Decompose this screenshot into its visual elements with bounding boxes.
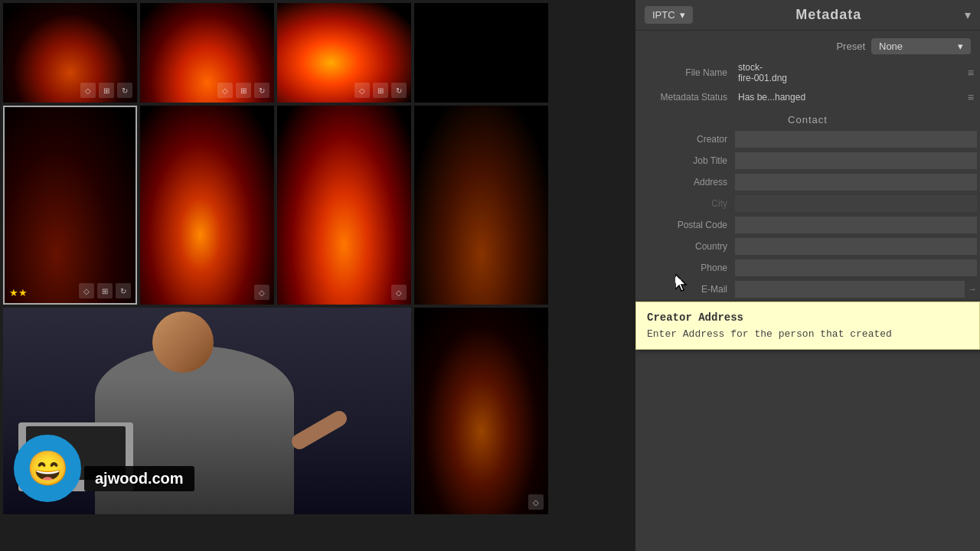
crop-icon-3: ⊞ (373, 83, 388, 98)
edit-icon-10: ◇ (528, 494, 544, 510)
tooltip-title: Creator Address (647, 311, 969, 324)
creator-row: Creator (635, 129, 980, 150)
contact-section-header: Contact (635, 108, 980, 129)
email-input[interactable] (735, 281, 965, 298)
rotate-icon-5: ↻ (116, 283, 131, 298)
metadata-title: Metadata (795, 7, 861, 23)
address-label: Address (635, 177, 735, 187)
webcam-cell: 😄 ajwood.com (3, 308, 411, 514)
crop-icon-2: ⊞ (236, 83, 251, 98)
edit-icon-2: ◇ (217, 83, 233, 98)
star-rating: ★★ (9, 287, 28, 298)
rotate-icon-2: ↻ (254, 83, 270, 98)
creator-label: Creator (635, 134, 735, 145)
photo-cell-3[interactable]: ◇ ⊞ ↻ (277, 3, 411, 103)
tooltip-box: Creator Address Enter Address for the pe… (635, 302, 980, 350)
photo-cell-2[interactable]: ◇ ⊞ ↻ (140, 3, 274, 103)
rotate-icon-3: ↻ (391, 83, 407, 98)
preset-row: Preset None ▾ (635, 34, 980, 59)
edit-icon-5: ◇ (79, 283, 94, 298)
postal-code-input[interactable] (735, 217, 977, 233)
preset-chevron-icon: ▾ (958, 41, 963, 52)
file-name-value: stock-fire-001.dng (738, 62, 787, 83)
phone-input[interactable] (735, 259, 977, 276)
city-row: City (635, 193, 980, 214)
postal-code-label: Postal Code (635, 220, 735, 230)
address-tooltip: Creator Address Enter Address for the pe… (635, 302, 980, 350)
email-arrow-icon: → (968, 284, 977, 295)
address-row: Address (635, 171, 980, 193)
photo-grid-panel: ◇ ⊞ ↻ ◇ ⊞ ↻ ◇ ⊞ ↻ ◇ (0, 0, 635, 551)
city-label: City (635, 198, 735, 209)
preset-value: None (879, 41, 903, 52)
edit-icon-3: ◇ (354, 83, 370, 98)
country-label: Country (635, 241, 735, 252)
crop-icon-5: ⊞ (97, 283, 113, 298)
metadata-status-value-container: Has be...hanged ≡ (735, 90, 977, 105)
photo-grid: ◇ ⊞ ↻ ◇ ⊞ ↻ ◇ ⊞ ↻ ◇ (0, 0, 635, 517)
metadata-status-row: Metadata Status Has be...hanged ≡ (635, 86, 980, 108)
photo-cell-5[interactable]: ◇ ⊞ ↻ ★★ (3, 106, 137, 305)
country-input[interactable] (735, 238, 977, 255)
metadata-header: IPTC ▾ Metadata ▾ (635, 0, 980, 31)
email-label: E-Mail (635, 284, 735, 295)
file-name-row: File Name stock-fire-001.dng ≡ (635, 59, 980, 86)
email-row: E-Mail → (635, 279, 980, 300)
job-title-input[interactable] (735, 152, 977, 169)
photo-cell-4[interactable] (414, 3, 548, 103)
metadata-panel: IPTC ▾ Metadata ▾ Preset None ▾ File Nam… (635, 0, 980, 551)
crop-icon-1: ⊞ (99, 83, 114, 98)
country-row: Country (635, 236, 980, 257)
watermark-text: ajwood.com (84, 466, 194, 491)
preset-label: Preset (836, 41, 865, 52)
edit-icon-6: ◇ (254, 285, 270, 300)
file-name-label: File Name (635, 67, 735, 78)
iptc-dropdown[interactable]: IPTC ▾ (645, 6, 693, 24)
address-input[interactable] (735, 174, 977, 191)
metadata-body: Preset None ▾ File Name stock-fire-001.d… (635, 31, 980, 551)
photo-cell-7[interactable]: ◇ (277, 106, 411, 305)
creator-input[interactable] (735, 131, 977, 148)
photo-cell-8[interactable] (414, 106, 548, 305)
file-name-list-icon[interactable]: ≡ (968, 67, 974, 79)
iptc-label: IPTC (652, 9, 675, 21)
avatar-badge: 😄 (14, 435, 81, 502)
tooltip-description: Enter Address for the person that create… (647, 328, 969, 340)
photo-cell-1[interactable]: ◇ ⊞ ↻ (3, 3, 137, 103)
metadata-filter-icon[interactable]: ▾ (965, 8, 971, 22)
metadata-status-value: Has be...hanged (738, 92, 805, 103)
file-name-value-container: stock-fire-001.dng ≡ (735, 60, 977, 85)
metadata-status-list-icon[interactable]: ≡ (968, 91, 974, 103)
metadata-status-label: Metadata Status (635, 92, 735, 103)
photo-cell-10[interactable]: ◇ (414, 308, 548, 514)
postal-code-row: Postal Code (635, 214, 980, 236)
city-input[interactable] (735, 195, 977, 212)
rotate-icon-1: ↻ (117, 83, 132, 98)
edit-icon-1: ◇ (80, 83, 96, 98)
job-title-label: Job Title (635, 155, 735, 166)
iptc-chevron-icon: ▾ (680, 9, 685, 21)
edit-icon-7: ◇ (391, 285, 407, 300)
photo-cell-6[interactable]: ◇ (140, 106, 274, 305)
phone-row: Phone (635, 257, 980, 279)
phone-label: Phone (635, 262, 735, 273)
job-title-row: Job Title (635, 150, 980, 171)
preset-dropdown[interactable]: None ▾ (871, 38, 971, 54)
